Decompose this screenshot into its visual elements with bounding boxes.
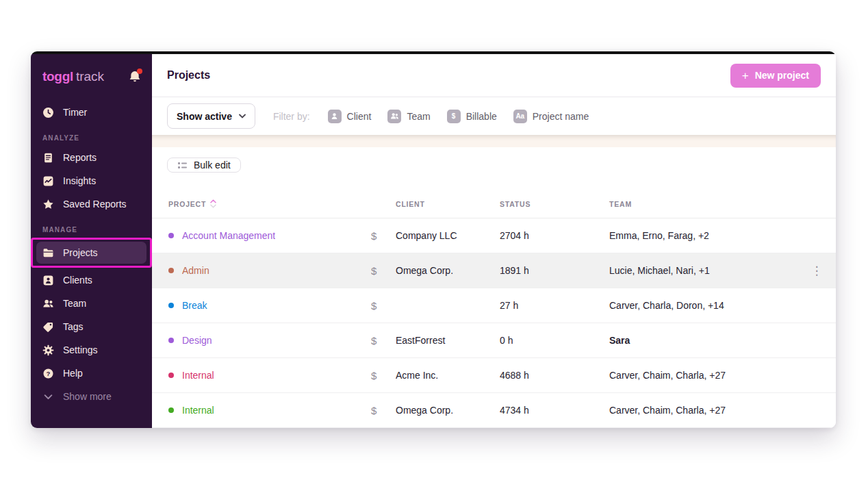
filter-chip-client[interactable]: Client bbox=[328, 110, 372, 123]
project-row: Admin$Omega Corp.1891 hLucie, Michael, N… bbox=[152, 253, 836, 288]
team-cell: Carver, Chaim, Charla, +27 bbox=[609, 405, 797, 416]
sidebar-header: toggltrack bbox=[31, 54, 152, 99]
billable-dollar-icon: $ bbox=[366, 265, 396, 277]
team-cell: Carver, Charla, Doron, +14 bbox=[609, 300, 797, 311]
sidebar-item-label: Tags bbox=[63, 321, 84, 332]
sidebar-item-label: Settings bbox=[63, 344, 98, 355]
column-header-project[interactable]: PROJECT bbox=[152, 199, 366, 208]
project-cell: Break bbox=[152, 300, 366, 311]
chevron-down-icon bbox=[239, 114, 246, 118]
filter-chip-project-name[interactable]: AaProject name bbox=[513, 110, 589, 123]
sidebar-item-clients[interactable]: Clients bbox=[31, 268, 152, 292]
client-cell: Company LLC bbox=[396, 230, 500, 241]
new-project-button[interactable]: + New project bbox=[730, 64, 821, 88]
sidebar-item-tags[interactable]: Tags bbox=[31, 315, 152, 338]
project-cell: Admin bbox=[152, 265, 366, 276]
project-row: Internal$Acme Inc.4688 hCarver, Chaim, C… bbox=[152, 358, 836, 393]
project-name-link[interactable]: Design bbox=[182, 335, 212, 346]
gear-icon bbox=[42, 344, 54, 356]
project-cell: Account Management bbox=[152, 230, 366, 241]
project-color-dot bbox=[168, 303, 174, 308]
client-cell: Omega Corp. bbox=[396, 405, 500, 416]
sidebar-item-reports[interactable]: Reports bbox=[31, 146, 152, 169]
bulk-edit-button[interactable]: Bulk edit bbox=[167, 158, 241, 173]
filter-chip-label: Client bbox=[347, 111, 372, 122]
project-name-link[interactable]: Internal bbox=[182, 405, 214, 416]
client-cell: EastForrest bbox=[396, 335, 500, 346]
column-header-team[interactable]: TEAM bbox=[609, 200, 797, 208]
column-label: PROJECT bbox=[168, 200, 206, 208]
chevron-down-icon bbox=[42, 391, 54, 403]
question-icon: ? bbox=[42, 368, 54, 379]
section-divider-band bbox=[152, 135, 836, 147]
filter-chip-label: Team bbox=[407, 111, 430, 122]
billable-dollar-icon: $ bbox=[366, 230, 396, 242]
sidebar-item-help[interactable]: ?Help bbox=[31, 362, 152, 385]
sidebar-item-projects[interactable]: Projects bbox=[36, 242, 146, 264]
column-header-client[interactable]: CLIENT bbox=[396, 200, 500, 208]
status-cell: 0 h bbox=[500, 335, 609, 346]
notifications-bell-icon[interactable] bbox=[128, 70, 142, 84]
project-row: Break$27 hCarver, Charla, Doron, +14 bbox=[152, 288, 836, 323]
sidebar-item-insights[interactable]: Insights bbox=[31, 169, 152, 192]
status-cell: 4734 h bbox=[500, 405, 609, 416]
sidebar-item-team[interactable]: Team bbox=[31, 292, 152, 315]
project-name-link[interactable]: Internal bbox=[182, 370, 214, 381]
project-name-link[interactable]: Account Management bbox=[182, 230, 275, 241]
show-active-dropdown[interactable]: Show active bbox=[167, 103, 255, 129]
billable-dollar-icon: $ bbox=[366, 300, 396, 312]
project-cell: Internal bbox=[152, 370, 366, 381]
document-icon bbox=[42, 152, 54, 164]
status-cell: 27 h bbox=[500, 300, 609, 311]
logo-primary-text: toggl bbox=[42, 69, 73, 84]
active-item-annotation-box: Projects bbox=[31, 238, 152, 268]
sidebar-item-show-more[interactable]: Show more bbox=[31, 385, 152, 408]
sidebar-item-label: Show more bbox=[63, 391, 112, 402]
sort-asc-icon bbox=[210, 199, 216, 208]
filter-chip-billable[interactable]: $Billable bbox=[447, 110, 497, 123]
logo-secondary-text: track bbox=[76, 69, 104, 84]
project-name-link[interactable]: Break bbox=[182, 300, 207, 311]
sidebar-item-label: Timer bbox=[63, 107, 87, 118]
clock-icon bbox=[42, 107, 54, 118]
project-color-dot bbox=[168, 233, 174, 238]
tag-icon bbox=[42, 321, 54, 333]
sidebar-item-label: Projects bbox=[63, 247, 98, 258]
client-cell: Omega Corp. bbox=[396, 265, 500, 276]
chart-icon bbox=[42, 175, 54, 187]
sidebar-item-settings[interactable]: Settings bbox=[31, 338, 152, 362]
people-icon bbox=[387, 110, 401, 123]
dollar-icon: $ bbox=[447, 110, 461, 123]
status-cell: 1891 h bbox=[500, 265, 609, 276]
team-cell: Sara bbox=[609, 335, 797, 346]
page-title: Projects bbox=[167, 69, 210, 81]
sidebar-item-timer[interactable]: Timer bbox=[31, 101, 152, 124]
toggl-track-logo[interactable]: toggltrack bbox=[42, 69, 104, 84]
project-color-dot bbox=[168, 407, 174, 413]
row-menu-button[interactable]: ⋮ bbox=[797, 265, 836, 277]
projects-content: Bulk edit PROJECT CLIENT STAT bbox=[152, 147, 836, 428]
sidebar-section-label: MANAGE bbox=[31, 225, 152, 234]
client-cell: Acme Inc. bbox=[396, 370, 500, 381]
main-panel: Projects + New project Show active Filte… bbox=[152, 54, 836, 428]
new-project-label: New project bbox=[755, 70, 809, 81]
filter-by-label: Filter by: bbox=[273, 111, 310, 122]
project-color-dot bbox=[168, 268, 174, 273]
status-cell: 2704 h bbox=[500, 230, 609, 241]
project-name-link[interactable]: Admin bbox=[182, 265, 209, 276]
notification-badge bbox=[137, 68, 142, 74]
billable-dollar-icon: $ bbox=[366, 370, 396, 381]
sidebar-item-saved-reports[interactable]: Saved Reports bbox=[31, 192, 152, 216]
people-icon bbox=[42, 298, 54, 310]
project-color-dot bbox=[168, 373, 174, 378]
sidebar-section-label: ANALYZE bbox=[31, 133, 152, 142]
table-header-row: PROJECT CLIENT STATUS TEAM bbox=[152, 190, 836, 218]
status-cell: 4688 h bbox=[500, 370, 609, 381]
filter-chip-team[interactable]: Team bbox=[387, 110, 430, 123]
client-badge-icon bbox=[42, 275, 54, 286]
project-row: Internal$Omega Corp.4734 hCarver, Chaim,… bbox=[152, 393, 836, 428]
column-header-status[interactable]: STATUS bbox=[500, 200, 609, 208]
project-row: Design$EastForrest0 hSara bbox=[152, 323, 836, 358]
sidebar-nav: TimerANALYZEReportsInsightsSaved Reports… bbox=[31, 99, 152, 428]
sidebar: toggltrack TimerANALYZEReportsInsightsSa… bbox=[31, 54, 152, 428]
